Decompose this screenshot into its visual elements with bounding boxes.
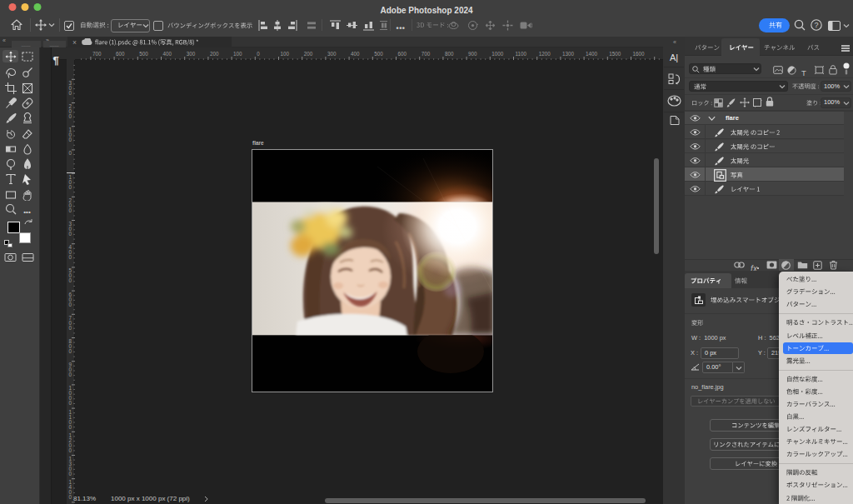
svg-text:100: 100 xyxy=(69,174,72,190)
svg-text:600: 600 xyxy=(69,292,72,307)
svg-text:1200: 1200 xyxy=(539,51,551,57)
svg-text:200: 200 xyxy=(304,51,313,57)
svg-text:100: 100 xyxy=(281,51,290,57)
svg-text:500: 500 xyxy=(139,51,148,57)
svg-text:200: 200 xyxy=(69,103,72,119)
svg-text:700: 700 xyxy=(422,51,431,57)
svg-text:300: 300 xyxy=(187,51,196,57)
svg-text:400: 400 xyxy=(163,51,172,57)
svg-text:300: 300 xyxy=(327,51,337,57)
svg-text:200: 200 xyxy=(210,51,219,57)
svg-text:700: 700 xyxy=(92,51,102,57)
svg-text:900: 900 xyxy=(69,362,72,377)
svg-text:300: 300 xyxy=(69,221,72,237)
svg-text:?: ? xyxy=(814,21,818,29)
svg-text:200: 200 xyxy=(69,197,72,213)
svg-text:100: 100 xyxy=(69,127,72,142)
svg-text:1400: 1400 xyxy=(586,51,598,57)
svg-text:1200: 1200 xyxy=(69,432,72,453)
svg-text:900: 900 xyxy=(468,51,477,57)
svg-text:1300: 1300 xyxy=(562,51,575,57)
svg-text:500: 500 xyxy=(374,51,383,57)
svg-text:0: 0 xyxy=(257,51,260,57)
svg-text:1000: 1000 xyxy=(69,385,72,406)
svg-text:300: 300 xyxy=(69,80,72,96)
svg-text:1500: 1500 xyxy=(609,51,621,57)
svg-text:100: 100 xyxy=(233,51,242,57)
svg-text:800: 800 xyxy=(69,338,72,354)
svg-text:500: 500 xyxy=(69,267,72,283)
svg-text:600: 600 xyxy=(398,51,407,57)
svg-text:400: 400 xyxy=(351,51,360,57)
svg-text:1000: 1000 xyxy=(491,51,504,57)
svg-text:1400: 1400 xyxy=(69,479,72,500)
svg-text:1100: 1100 xyxy=(69,409,72,430)
svg-text:1300: 1300 xyxy=(69,456,72,477)
svg-text:0: 0 xyxy=(69,150,72,156)
svg-text:600: 600 xyxy=(116,51,125,57)
svg-text:700: 700 xyxy=(69,315,72,331)
svg-text:1100: 1100 xyxy=(516,51,527,57)
svg-text:1600: 1600 xyxy=(633,51,646,57)
svg-text:400: 400 xyxy=(69,244,72,260)
svg-text:800: 800 xyxy=(445,51,454,57)
